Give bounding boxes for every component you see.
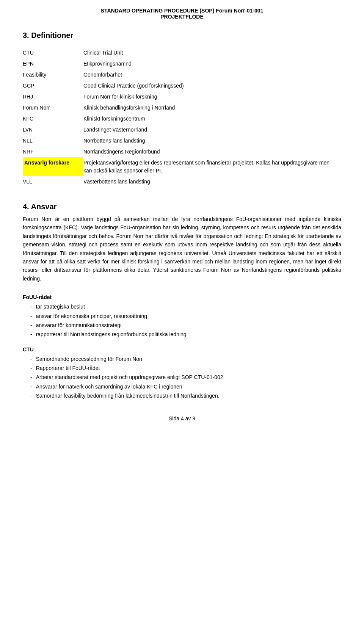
definition-text: Genomförbarhet [83, 69, 341, 80]
definition-abbr: NLL [23, 135, 83, 146]
fouu-bullet-item: rapporterar till Norrlandstingens region… [30, 330, 341, 338]
ctu-bullet-list: Samordnande processledning för Forum Nor… [23, 355, 341, 400]
definition-row: NRFNorrlandstingens Regionförbund [23, 146, 341, 157]
definition-abbr: LVN [23, 124, 83, 135]
section-4-title: 4. Ansvar [23, 202, 341, 211]
section-4-paragraph-1: Forum Norr är en plattform byggd på samv… [23, 215, 341, 283]
fouu-bullet-item: ansvarar för kommunikationsstrategi [30, 321, 341, 329]
definition-abbr: GCP [23, 80, 83, 91]
definition-abbr: Forum Norr [23, 102, 83, 113]
definition-abbr: Feasibility [23, 69, 83, 80]
definition-row: RHJForum Norr för klinisk forskning [23, 91, 341, 102]
definition-abbr: KFC [23, 113, 83, 124]
section-4: 4. Ansvar Forum Norr är en plattform byg… [23, 202, 341, 400]
definition-row: NLLNorrbottens läns landsting [23, 135, 341, 146]
ctu-bullet-item: Samordnande processledning för Forum Nor… [30, 355, 341, 363]
ctu-bullet-item: Rapporterar till FoUU-rådet [30, 364, 341, 372]
definition-text: Norrbottens läns landsting [83, 135, 341, 146]
definition-text: Projektansvarig/företag eller dess repre… [83, 157, 341, 176]
definition-row: FeasibilityGenomförbarhet [23, 69, 341, 80]
section-4-body: Forum Norr är en plattform byggd på samv… [23, 215, 341, 283]
ctu-title: CTU [23, 346, 341, 353]
ctu-bullet-item: Samordnar feasibility-bedömning från läk… [30, 392, 341, 400]
definition-row: KFCKliniskt forskningscentrum [23, 113, 341, 124]
definition-row: GCPGood Clinical Practice (god forskning… [23, 80, 341, 91]
definition-row: LVNLandstinget Västernorrland [23, 124, 341, 135]
definition-text: Klinisk behandlingsforskning i Norrland [83, 102, 341, 113]
ctu-bullet-item: Ansvarar för nätverk och samordning av l… [30, 382, 341, 391]
definition-abbr: EPN [23, 58, 83, 69]
definitions-table: CTUClinical Trial UnitEPNEtikprövningsnä… [23, 47, 341, 187]
fouu-bullet-item: ansvar för ekonomiska principer, resurss… [30, 312, 341, 320]
footer-text: Sida 4 av 9 [169, 415, 195, 421]
page-header: STANDARD OPERATING PROCEDURE (SOP) Forum… [23, 8, 341, 20]
definition-text: Kliniskt forskningscentrum [83, 113, 341, 124]
definition-text: Clinical Trial Unit [83, 47, 341, 58]
section-3: 3. Definitioner CTUClinical Trial UnitEP… [23, 31, 341, 187]
definition-abbr: Ansvarig forskare [23, 157, 83, 176]
definition-text: Västerbottens läns landsting [83, 176, 341, 187]
definition-row: Forum NorrKlinisk behandlingsforskning i… [23, 102, 341, 113]
definition-text: Etikprövningsnämnd [83, 58, 341, 69]
definition-row: EPNEtikprövningsnämnd [23, 58, 341, 69]
page-footer: Sida 4 av 9 [23, 415, 341, 421]
definition-text: Good Clinical Practice (god forskningsse… [83, 80, 341, 91]
section-3-title: 3. Definitioner [23, 31, 341, 40]
header-title-line2: PROJEKTFLÖDE [23, 14, 341, 20]
fouu-bullet-item: tar strategiska beslut [30, 302, 341, 311]
definition-abbr: RHJ [23, 91, 83, 102]
definition-text: Norrlandstingens Regionförbund [83, 146, 341, 157]
definition-text: Forum Norr för klinisk forskning [83, 91, 341, 102]
header-title-line1: STANDARD OPERATING PROCEDURE (SOP) Forum… [23, 8, 341, 14]
ctu-bullet-item: Arbetar standardiserat med projekt och u… [30, 373, 341, 381]
definition-text: Landstinget Västernorrland [83, 124, 341, 135]
ctu-subsection: CTU Samordnande processledning för Forum… [23, 346, 341, 400]
definition-row: CTUClinical Trial Unit [23, 47, 341, 58]
definition-abbr: CTU [23, 47, 83, 58]
fouu-subsection: FoUU-rådet tar strategiska beslutansvar … [23, 294, 341, 339]
fouu-title: FoUU-rådet [23, 294, 341, 300]
definition-row: VLLVästerbottens läns landsting [23, 176, 341, 187]
definition-abbr: NRF [23, 146, 83, 157]
page: STANDARD OPERATING PROCEDURE (SOP) Forum… [0, 0, 364, 644]
definition-row: Ansvarig forskareProjektansvarig/företag… [23, 157, 341, 176]
definition-abbr: VLL [23, 176, 83, 187]
fouu-bullet-list: tar strategiska beslutansvar för ekonomi… [23, 302, 341, 339]
